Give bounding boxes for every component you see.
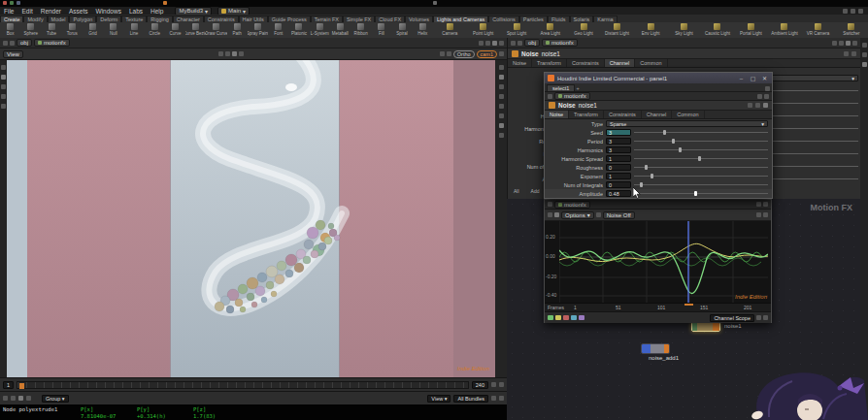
frame-start-field[interactable]: 1 <box>3 381 14 389</box>
shelf-tab[interactable]: Karma <box>593 16 617 22</box>
breadcrumb-motionfx[interactable]: motionfx <box>554 201 590 209</box>
pane-tab-select1[interactable]: select1 <box>547 84 575 91</box>
display-option-icon[interactable] <box>499 94 504 99</box>
toolbar-icon[interactable] <box>852 41 857 46</box>
param-value-field[interactable]: 0 <box>606 181 631 188</box>
menu-item[interactable]: Edit <box>17 8 36 15</box>
mini-button[interactable]: All <box>510 188 523 194</box>
toolbar-icon[interactable] <box>499 41 504 46</box>
shelf-tool[interactable]: L-System <box>310 22 330 38</box>
jump-start-icon[interactable] <box>3 396 8 401</box>
shelf-tab[interactable]: Modify <box>23 16 47 22</box>
param-tab[interactable]: Common <box>635 59 667 67</box>
display-icon[interactable] <box>440 51 445 56</box>
display-option-icon[interactable] <box>499 75 504 80</box>
shelf-tool[interactable]: Point Light <box>466 22 499 38</box>
shelf-tab[interactable]: Guide Process <box>268 16 311 22</box>
toolbar-icon[interactable] <box>479 41 484 46</box>
window-titlebar[interactable]: Houdini Indie Limited Commercial - panel… <box>545 73 772 83</box>
shelf-tab[interactable]: Solaris <box>570 16 594 22</box>
menu-item[interactable]: Labs <box>125 8 147 15</box>
edge-icon[interactable] <box>862 52 867 57</box>
param-slider[interactable] <box>634 146 768 153</box>
menu-item[interactable]: Windows <box>92 8 125 15</box>
channel-chip[interactable] <box>579 315 584 320</box>
shelf-tab[interactable]: Volumes <box>405 16 433 22</box>
param-tab[interactable]: Channel <box>605 59 636 67</box>
graph-tool-icon[interactable] <box>554 212 559 217</box>
shelf-tool[interactable]: Camera <box>433 22 466 38</box>
display-option-icon[interactable] <box>499 123 504 128</box>
shelf-tool[interactable]: Area Light <box>533 22 566 38</box>
node-noise1[interactable] <box>691 322 720 332</box>
snap-icon[interactable] <box>225 51 230 56</box>
param-tab[interactable]: Transform <box>532 59 567 67</box>
shelf-tool[interactable]: VR Camera <box>801 22 834 38</box>
shelf-tab[interactable]: Deform <box>96 16 121 22</box>
param-value-field[interactable]: 1 <box>606 173 631 179</box>
param-tab[interactable]: Common <box>672 111 704 118</box>
shelf-tool[interactable]: Circle <box>145 22 165 38</box>
menubar-icon[interactable] <box>851 9 855 14</box>
move-tool-icon[interactable] <box>1 75 6 80</box>
shelf-tool[interactable]: Draw Curve <box>206 22 226 38</box>
bundles-dropdown[interactable]: All Bundles <box>453 395 488 403</box>
view-menu-button[interactable]: View <box>3 50 23 58</box>
param-tab[interactable]: Constraints <box>604 111 642 118</box>
viewport-render[interactable]: Indie Edition <box>7 60 495 377</box>
play-reverse-icon[interactable] <box>11 396 16 401</box>
shelf-tool[interactable]: Switcher <box>835 22 868 38</box>
node-body[interactable] <box>651 344 664 353</box>
motionfx-graph[interactable]: 0.20 0.00 -0.20 -0.40 Indie Edition <box>545 221 771 303</box>
breadcrumb-motionfx[interactable]: motionfx <box>554 92 590 100</box>
shelf-tab[interactable]: Particles <box>519 16 548 22</box>
channel-chip[interactable] <box>548 315 553 320</box>
shelf-tab[interactable]: Fluids <box>548 16 570 22</box>
shelf-tool[interactable]: Platonic <box>288 22 309 38</box>
shelf-tab[interactable]: Lights and Cameras <box>433 16 488 22</box>
shelf-tool[interactable]: Box <box>0 22 20 38</box>
snap-icon[interactable] <box>232 51 237 56</box>
new-tab-button[interactable]: + <box>576 85 579 91</box>
display-option-icon[interactable] <box>499 113 504 118</box>
graph-tool-icon[interactable] <box>596 212 601 217</box>
breadcrumb-obj[interactable]: obj <box>524 39 540 47</box>
param-tab[interactable]: Constraints <box>567 59 605 67</box>
toolbar-icon[interactable] <box>832 41 837 46</box>
shelf-tool[interactable]: Ambient Light <box>768 22 801 38</box>
display-icon[interactable] <box>499 51 504 56</box>
shelf-tab[interactable]: Create <box>0 16 23 22</box>
shelf-tool[interactable]: Sphere <box>20 22 41 38</box>
shelf-tool[interactable]: Curve <box>165 22 185 38</box>
pin-icon[interactable] <box>548 94 552 99</box>
maximize-button[interactable]: ▢ <box>749 75 757 81</box>
pin-icon[interactable] <box>548 202 552 207</box>
param-value-field[interactable]: 3 <box>606 129 631 136</box>
param-slider[interactable] <box>634 173 768 179</box>
graph-tool-icon[interactable] <box>763 212 768 217</box>
view-dropdown[interactable]: View ▾ <box>427 395 451 403</box>
shelf-tool[interactable]: Torus <box>62 22 83 38</box>
toolbar-icon[interactable] <box>485 41 490 46</box>
param-slider[interactable] <box>634 155 768 162</box>
param-value-field[interactable]: 3 <box>606 146 631 153</box>
toolbar-icon[interactable] <box>492 41 497 46</box>
pin-icon[interactable] <box>3 41 8 46</box>
shelf-tab[interactable]: Terrain FX <box>311 16 343 22</box>
shelf-tool[interactable]: Tube <box>41 22 61 38</box>
shelf-tab[interactable]: Simple FX <box>343 16 375 22</box>
ruler-playhead-marker[interactable] <box>684 304 693 306</box>
snap-icon[interactable] <box>239 51 244 56</box>
handle-tool-icon[interactable] <box>1 104 6 109</box>
options-dropdown[interactable]: Options▾ <box>561 211 594 219</box>
node-name-field[interactable]: noise1 <box>579 102 597 109</box>
param-tab[interactable]: Noise <box>508 59 532 67</box>
graph-tool-icon[interactable] <box>756 212 761 217</box>
toolbar-icon[interactable] <box>764 94 769 99</box>
edge-icon[interactable] <box>862 43 867 48</box>
shelf-tab[interactable]: Hair Utils <box>239 16 268 22</box>
toolbar-icon[interactable] <box>756 202 761 207</box>
shelf-tool[interactable]: Path <box>227 22 248 38</box>
param-tab[interactable]: Transform <box>569 111 604 118</box>
toolbar-icon[interactable] <box>757 94 762 99</box>
